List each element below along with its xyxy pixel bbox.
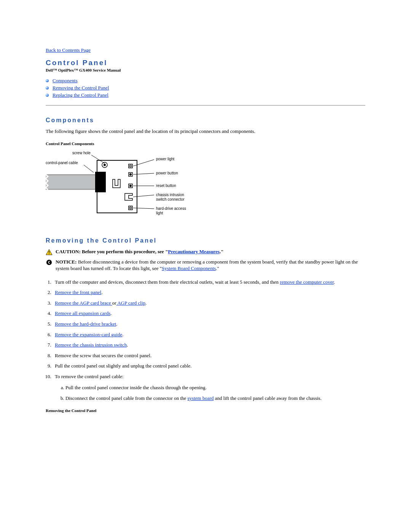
- remove-expansion-cards-link[interactable]: Remove all expansion cards: [55, 310, 110, 316]
- toc-link-replacing[interactable]: Replacing the Control Panel: [53, 92, 108, 98]
- notice-text: NOTICE: Before disconnecting a device fr…: [56, 259, 365, 272]
- toc-item: Components: [46, 78, 365, 84]
- svg-line-17: [133, 195, 154, 197]
- svg-point-5: [129, 165, 132, 167]
- svg-point-21: [46, 260, 52, 265]
- step-3-mid: or: [112, 300, 116, 306]
- agp-card-clip-link[interactable]: AGP card clip: [116, 300, 145, 306]
- step-7-post: .: [127, 342, 128, 348]
- step-1: Turn off the computer and devices, disco…: [53, 279, 365, 286]
- notice-prefix: NOTICE:: [56, 259, 77, 265]
- remove-hdd-bracket-link[interactable]: Remove the hard-drive bracket: [55, 321, 116, 327]
- top-nav: Back to Contents Page: [46, 47, 365, 53]
- svg-line-13: [84, 165, 94, 173]
- toc-item: Removing the Control Panel: [46, 85, 365, 91]
- label-screw-hole: screw hole: [72, 151, 91, 155]
- step-3: Remove the AGP card brace or AGP card cl…: [53, 300, 365, 307]
- components-figure-caption: Control Panel Components: [46, 141, 365, 146]
- svg-rect-19: [49, 251, 49, 252]
- step-10b: Disconnect the control panel cable from …: [65, 395, 365, 402]
- step-6: Remove the expansion-card guide.: [53, 331, 365, 338]
- label-reset-button: reset button: [156, 184, 176, 188]
- notice-row: NOTICE: Before disconnecting a device fr…: [46, 259, 365, 272]
- removing-figure-caption: Removing the Control Panel: [46, 408, 365, 413]
- svg-point-11: [129, 207, 132, 209]
- components-intro: The following figure shows the control p…: [46, 128, 365, 134]
- removing-heading: Removing the Control Panel: [46, 237, 365, 244]
- step-10: To remove the control panel cable: Pull …: [53, 373, 365, 402]
- page-title: Control Panel: [46, 59, 365, 67]
- step-5: Remove the hard-drive bracket.: [53, 321, 365, 328]
- svg-point-7: [129, 173, 132, 176]
- precautionary-measures-link[interactable]: Precautionary Measures: [168, 249, 220, 254]
- label-hard-drive-access: hard-drive access: [156, 206, 186, 211]
- diagram-svg: screw hole control-panel cable power lig…: [46, 150, 206, 218]
- svg-point-3: [104, 164, 106, 166]
- notice-circle-icon: [46, 259, 53, 265]
- step-3-post: .: [145, 300, 147, 306]
- step-4-post: .: [110, 310, 112, 316]
- svg-point-9: [129, 185, 132, 187]
- label-control-panel-cable: control-panel cable: [46, 161, 78, 165]
- remove-agp-brace-link[interactable]: Remove the AGP card brace: [55, 300, 112, 306]
- step-10b-pre: Disconnect the control panel cable from …: [65, 395, 188, 401]
- caution-triangle-icon: [46, 249, 53, 255]
- toc-item: Replacing the Control Panel: [46, 92, 365, 98]
- document-page: Back to Contents Page Control Panel Dell…: [0, 0, 411, 439]
- bullet-icon: [46, 79, 49, 82]
- step-4: Remove all expansion cards.: [53, 310, 365, 317]
- svg-line-18: [133, 208, 154, 209]
- toc-link-components[interactable]: Components: [53, 78, 78, 84]
- remove-cover-link[interactable]: remove the computer cover: [280, 279, 334, 285]
- components-heading: Components: [46, 117, 365, 124]
- manual-subtitle: Dell™ OptiPlex™ GX400 Service Manual: [46, 68, 365, 72]
- remove-expansion-card-guide-link[interactable]: Remove the expansion-card guide: [55, 332, 122, 337]
- caution-row: CAUTION: Before you perform this procedu…: [46, 249, 365, 255]
- svg-rect-20: [49, 253, 49, 254]
- step-2-post: .: [101, 289, 102, 295]
- step-10a: Pull the control panel connector inside …: [65, 384, 365, 391]
- system-board-link[interactable]: system board: [188, 395, 214, 401]
- label-switch-connector: switch connector: [156, 197, 185, 201]
- label-light: light: [156, 211, 163, 215]
- step-8: Remove the screw that secures the contro…: [53, 352, 365, 359]
- toc-link-removing[interactable]: Removing the Control Panel: [53, 85, 109, 91]
- step-9: Pull the control panel out slightly and …: [53, 363, 365, 369]
- label-power-light: power light: [156, 157, 175, 161]
- step-1-pre: Turn off the computer and devices, disco…: [55, 279, 280, 285]
- label-chassis-intrusion: chassis intrusion: [156, 193, 184, 197]
- caution-text: CAUTION: Before you perform this procedu…: [56, 249, 223, 255]
- step-10-text: To remove the control panel cable:: [55, 374, 124, 379]
- divider: [46, 105, 365, 105]
- bullet-icon: [46, 86, 49, 89]
- step-1-post: .: [334, 279, 335, 285]
- bullet-icon: [46, 94, 49, 97]
- control-panel-diagram: screw hole control-panel cable power lig…: [46, 150, 365, 218]
- svg-line-12: [91, 155, 105, 163]
- caution-prefix: CAUTION: Before you perform this procedu…: [56, 249, 168, 254]
- remove-front-panel-link[interactable]: Remove the front panel: [55, 289, 101, 295]
- notice-body-2: .": [216, 265, 219, 271]
- step-5-post: .: [116, 321, 117, 327]
- system-board-components-link[interactable]: System Board Components: [162, 265, 216, 271]
- back-to-contents-link[interactable]: Back to Contents Page: [46, 47, 91, 53]
- page-toc: Components Removing the Control Panel Re…: [46, 78, 365, 98]
- caution-suffix: .": [220, 249, 223, 254]
- svg-line-15: [133, 173, 154, 174]
- step-7: Remove the chassis intrusion switch.: [53, 342, 365, 348]
- step-10-substeps: Pull the control panel connector inside …: [65, 384, 365, 401]
- label-power-button: power button: [156, 171, 178, 175]
- step-10b-post: and lift the control panel cable away fr…: [214, 395, 322, 401]
- step-2: Remove the front panel.: [53, 289, 365, 296]
- remove-chassis-intrusion-switch-link[interactable]: Remove the chassis intrusion switch: [55, 342, 127, 348]
- removal-steps: Turn off the computer and devices, disco…: [53, 279, 365, 402]
- step-6-post: .: [122, 332, 123, 337]
